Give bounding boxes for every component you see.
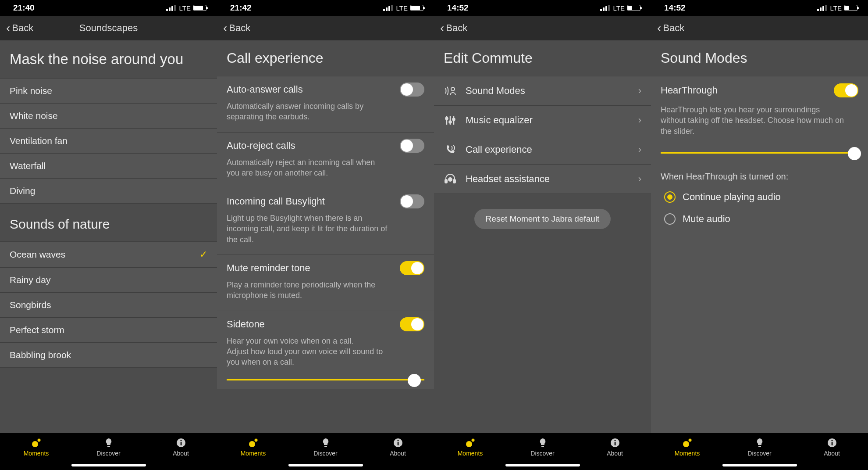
- network-label: LTE: [830, 4, 842, 12]
- svg-point-34: [831, 440, 832, 441]
- toggle-auto-reject[interactable]: [400, 139, 424, 153]
- nav-item-equalizer[interactable]: Music equalizer ›: [434, 106, 651, 135]
- tab-label: Moments: [241, 450, 266, 457]
- home-indicator[interactable]: [71, 464, 146, 466]
- status-bar: 21:42 LTE: [217, 0, 434, 16]
- back-button[interactable]: ‹ Back: [440, 22, 467, 34]
- setting-auto-answer: Auto-answer calls Automatically answer i…: [217, 76, 434, 133]
- svg-point-16: [446, 118, 448, 120]
- tab-label: Discover: [530, 450, 554, 457]
- tab-about[interactable]: About: [145, 433, 217, 470]
- setting-desc: Automatically reject an incoming call wh…: [227, 157, 389, 179]
- tab-about[interactable]: About: [362, 433, 434, 470]
- svg-rect-20: [453, 179, 455, 183]
- toggle-auto-answer[interactable]: [400, 83, 424, 97]
- svg-point-23: [466, 441, 472, 447]
- soundscape-item[interactable]: Ocean waves✓: [0, 241, 217, 268]
- setting-label: Auto-answer calls: [227, 84, 303, 95]
- hearthrough-slider[interactable]: [661, 146, 858, 160]
- bulb-icon: [538, 438, 547, 448]
- home-indicator[interactable]: [722, 464, 797, 466]
- svg-rect-4: [180, 442, 181, 445]
- svg-point-0: [32, 441, 38, 447]
- svg-point-11: [397, 440, 398, 441]
- toggle-mute-reminder[interactable]: [400, 261, 424, 275]
- tab-moments[interactable]: Moments: [651, 433, 723, 470]
- svg-point-12: [451, 87, 455, 91]
- nav-bar: ‹ Back: [434, 16, 651, 40]
- tab-moments[interactable]: Moments: [434, 433, 506, 470]
- tab-moments[interactable]: Moments: [0, 433, 72, 470]
- setting-desc: Play a reminder tone periodically when t…: [227, 280, 389, 301]
- back-label: Back: [12, 22, 33, 34]
- setting-desc: Automatically answer incoming calls by s…: [227, 101, 389, 122]
- setting-mute-reminder: Mute reminder tone Play a reminder tone …: [217, 255, 434, 311]
- moments-icon: [465, 438, 476, 448]
- svg-point-5: [180, 440, 181, 441]
- toggle-busylight[interactable]: [400, 194, 424, 208]
- signal-icon: [600, 5, 610, 11]
- back-button[interactable]: ‹ Back: [657, 22, 684, 34]
- hearthrough-label: HearThrough: [661, 85, 718, 96]
- home-indicator[interactable]: [505, 464, 580, 466]
- chevron-right-icon: ›: [638, 144, 641, 155]
- signal-icon: [817, 5, 827, 11]
- radio-continue-audio[interactable]: Continue playing audio: [661, 186, 858, 208]
- screen-call-experience: 21:42 LTE ‹ Back Call experience Auto-an…: [217, 0, 434, 470]
- page-title: Sound Modes: [651, 40, 868, 76]
- tab-label: Moments: [675, 450, 700, 457]
- soundscape-item[interactable]: Songbirds: [0, 293, 217, 318]
- back-button[interactable]: ‹ Back: [6, 22, 33, 34]
- info-icon: [176, 438, 186, 448]
- toggle-sidetone[interactable]: [400, 317, 424, 331]
- sidetone-slider[interactable]: [227, 373, 424, 387]
- battery-icon: [193, 5, 206, 11]
- svg-rect-2: [107, 446, 110, 447]
- svg-rect-33: [831, 442, 832, 445]
- hearthrough-prompt: When HearThrough is turned on:: [661, 172, 858, 182]
- svg-point-30: [688, 439, 691, 442]
- soundscape-item[interactable]: Diving: [0, 179, 217, 204]
- tab-label: About: [390, 450, 406, 457]
- radio-icon: [664, 213, 676, 225]
- page-title: Edit Commute: [434, 40, 651, 76]
- chevron-right-icon: ›: [638, 173, 641, 185]
- equalizer-icon: [444, 115, 457, 126]
- soundscape-item[interactable]: White noise: [0, 104, 217, 129]
- nav-item-sound-modes[interactable]: Sound Modes ›: [434, 76, 651, 106]
- bulb-icon: [321, 438, 330, 448]
- soundscape-item[interactable]: Rainy day: [0, 268, 217, 293]
- svg-rect-25: [541, 446, 544, 447]
- svg-point-28: [614, 440, 615, 441]
- status-bar: 14:52 LTE: [434, 0, 651, 16]
- toggle-hearthrough[interactable]: [834, 83, 858, 97]
- info-icon: [393, 438, 403, 448]
- svg-point-18: [453, 118, 455, 121]
- nav-item-call-experience[interactable]: Call experience ›: [434, 135, 651, 165]
- battery-icon: [410, 5, 423, 11]
- tab-about[interactable]: About: [796, 433, 868, 470]
- svg-point-1: [37, 439, 40, 442]
- soundscape-item[interactable]: Pink noise: [0, 78, 217, 104]
- moments-icon: [31, 438, 42, 448]
- reset-button[interactable]: Reset Moment to Jabra default: [474, 209, 611, 229]
- nav-bar: ‹ Back: [651, 16, 868, 40]
- signal-icon: [383, 5, 393, 11]
- info-icon: [610, 438, 620, 448]
- nav-item-headset-assistance[interactable]: ⋯ Headset assistance ›: [434, 165, 651, 194]
- home-indicator[interactable]: [288, 464, 363, 466]
- soundscape-item[interactable]: Waterfall: [0, 154, 217, 179]
- soundscape-item[interactable]: Babbling brook: [0, 343, 217, 368]
- soundscape-item[interactable]: Ventilation fan: [0, 129, 217, 154]
- tab-about[interactable]: About: [579, 433, 651, 470]
- setting-sidetone: Sidetone Hear your own voice when on a c…: [217, 311, 434, 389]
- radio-mute-audio[interactable]: Mute audio: [661, 208, 858, 230]
- back-button[interactable]: ‹ Back: [223, 22, 250, 34]
- soundscape-item[interactable]: Perfect storm: [0, 318, 217, 343]
- status-bar: 21:40 LTE: [0, 0, 217, 16]
- network-label: LTE: [613, 4, 625, 12]
- signal-icon: [166, 5, 176, 11]
- screen-sound-modes: 14:52 LTE ‹ Back Sound Modes HearThrough…: [651, 0, 868, 470]
- tab-moments[interactable]: Moments: [217, 433, 289, 470]
- info-icon: [827, 438, 837, 448]
